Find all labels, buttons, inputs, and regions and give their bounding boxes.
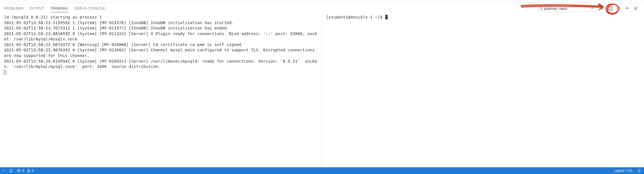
terminal-pane-left[interactable]: ld (mysqld 8.0.21) starting as process 1… [0,13,322,167]
svg-point-4 [28,171,29,171]
error-icon [17,169,21,173]
error-count: 0 [22,169,24,173]
cursor [385,15,388,19]
terminal-selector[interactable]: 1: podman, bash [538,5,596,12]
statusbar-remote-truncated[interactable]: r [3,169,5,173]
chevron-down-icon [590,6,594,11]
bell-icon [637,169,641,173]
bottom-panel: PROBLEMS OUTPUT TERMINAL DEBUG CONSOLE 1… [0,3,644,167]
maximize-panel-button[interactable] [624,6,630,11]
terminal-selector-label: 1: podman, bash [540,6,567,11]
editor-area-placeholder [0,0,644,3]
tab-debug-console[interactable]: DEBUG CONSOLE [75,5,105,12]
warning-icon [27,169,31,173]
terminal-prompt: [student1@ansible-1 ~]$ [326,15,385,19]
kill-terminal-button[interactable] [616,6,622,11]
panel-tabs: PROBLEMS OUTPUT TERMINAL DEBUG CONSOLE 1… [0,3,644,13]
status-bar: r 0 0 Layout: U.S. [0,167,644,174]
terminal-controls: 1: podman, bash [538,5,640,12]
warning-count: 0 [32,169,34,173]
statusbar-sync[interactable] [9,169,13,173]
cursor [4,70,6,74]
new-terminal-button[interactable] [599,6,605,11]
statusbar-problems[interactable]: 0 0 [17,169,34,173]
tab-terminal[interactable]: TERMINAL [50,5,68,12]
tab-output[interactable]: OUTPUT [30,5,44,12]
tab-problems[interactable]: PROBLEMS [4,5,24,12]
terminal-pane-right[interactable]: [student1@ansible-1 ~]$ [322,13,644,167]
split-terminal-button[interactable] [608,6,613,11]
statusbar-notifications[interactable] [637,169,641,173]
statusbar-layout[interactable]: Layout: U.S. [614,169,633,173]
close-panel-button[interactable] [633,6,638,11]
sync-icon [9,169,13,173]
terminals-container: ld (mysqld 8.0.21) starting as process 1… [0,13,644,167]
